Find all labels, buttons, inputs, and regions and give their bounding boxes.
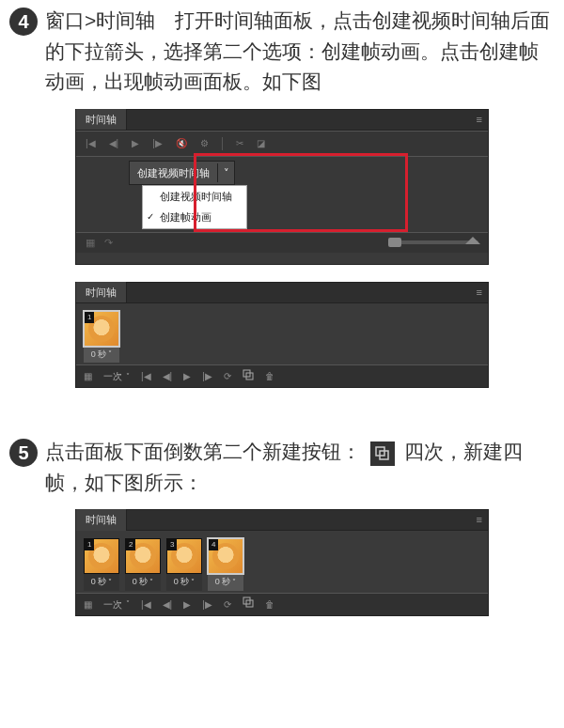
prev-frame-icon[interactable]: ◀| [163, 369, 173, 383]
timeline-tab[interactable]: 时间轴 [76, 109, 127, 131]
step5-text: 点击面板下面倒数第二个新建按钮： 四次，新建四帧，如下图所示： [45, 437, 555, 498]
menu-item-frame-animation[interactable]: ✓ 创建帧动画 [143, 207, 246, 228]
frame-number: 1 [85, 539, 94, 550]
prev-frame-icon: ◀| [109, 136, 119, 150]
check-icon: ✓ [147, 209, 154, 224]
next-frame-icon[interactable]: |▶ [202, 369, 212, 383]
next-frame-icon: |▶ [152, 136, 163, 150]
gear-icon: ⚙ [200, 136, 209, 150]
step-number-4: 4 [9, 8, 38, 36]
timeline-tab[interactable]: 时间轴 [76, 509, 127, 531]
next-frame-icon[interactable]: |▶ [202, 597, 212, 612]
frame-number: 3 [167, 539, 177, 550]
loop-selector[interactable]: 一次˅ [103, 369, 130, 383]
convert-icon[interactable]: ▦ [84, 369, 92, 383]
tween-icon[interactable]: ⟳ [224, 597, 231, 612]
convert-frames-icon: ▦ [86, 235, 95, 251]
timeline-panel-four-frames: 时间轴 ≡ 1 0 秒˅ 2 0 秒˅ 3 0 秒˅ 4 0 秒˅ ▦ [75, 509, 489, 616]
frame-thumbnail: 1 [84, 538, 119, 574]
play-icon: ▶ [132, 136, 139, 150]
panel-menu-icon[interactable]: ≡ [471, 512, 488, 528]
create-video-timeline-button[interactable]: 创建视频时间轴 ˅ [129, 161, 235, 186]
chevron-down-icon[interactable]: ˅ [217, 163, 234, 182]
loop-selector[interactable]: 一次˅ [103, 597, 130, 612]
frame-1[interactable]: 1 0 秒˅ [84, 311, 119, 364]
frame-thumbnail: 2 [125, 538, 161, 574]
frame-duration[interactable]: 0 秒˅ [208, 574, 243, 591]
step-number-5: 5 [9, 439, 38, 467]
frame-duration[interactable]: 0 秒˅ [84, 347, 119, 364]
new-frame-icon[interactable] [243, 369, 254, 384]
panel-menu-icon[interactable]: ≡ [471, 112, 488, 128]
frame-number: 2 [126, 539, 135, 550]
first-frame-icon: |◀ [86, 136, 96, 150]
new-frame-icon[interactable] [243, 596, 254, 612]
menu-item-video-timeline[interactable]: 创建视频时间轴 [143, 186, 246, 208]
frame-4[interactable]: 4 0 秒˅ [208, 538, 243, 591]
trash-icon[interactable]: 🗑 [265, 369, 274, 383]
frame-duration[interactable]: 0 秒˅ [84, 574, 119, 591]
first-frame-icon[interactable]: |◀ [141, 369, 151, 383]
scissors-icon: ✂ [236, 136, 243, 150]
convert-icon[interactable]: ▦ [84, 597, 92, 612]
timeline-tab[interactable]: 时间轴 [76, 282, 127, 303]
frame-number: 4 [209, 539, 218, 550]
frame-duration[interactable]: 0 秒˅ [125, 574, 161, 591]
audio-icon: 🔇 [176, 136, 187, 150]
create-button-label: 创建视频时间轴 [137, 165, 210, 181]
new-frame-icon-inline [370, 441, 395, 466]
prev-frame-icon[interactable]: ◀| [163, 597, 173, 612]
timeline-panel-single-frame: 时间轴 ≡ 1 0 秒˅ ▦ 一次˅ |◀ ◀| ▶ |▶ ⟳ [75, 282, 489, 389]
step4-text: 窗口>时间轴 打开时间轴面板，点击创建视频时间轴后面的下拉箭头，选择第二个选项：… [45, 6, 555, 98]
first-frame-icon[interactable]: |◀ [141, 597, 151, 612]
create-dropdown-menu: 创建视频时间轴 ✓ 创建帧动画 [142, 185, 247, 229]
chevron-down-icon: ˅ [108, 349, 112, 360]
frame-2[interactable]: 2 0 秒˅ [125, 538, 161, 591]
transition-icon: ◪ [257, 136, 265, 150]
frame-1[interactable]: 1 0 秒˅ [84, 538, 119, 591]
zoom-mountain-icon [465, 237, 480, 244]
frame-3[interactable]: 3 0 秒˅ [166, 538, 202, 591]
frame-number: 1 [85, 312, 94, 323]
frame-duration[interactable]: 0 秒˅ [166, 574, 202, 591]
timeline-panel-initial: 时间轴 ≡ |◀ ◀| ▶ |▶ 🔇 ⚙ ✂ ◪ 创建视频时间轴 ˅ 创建视频时… [75, 109, 489, 265]
player-controls-row: |◀ ◀| ▶ |▶ 🔇 ⚙ ✂ ◪ [76, 131, 488, 157]
render-icon: ↷ [104, 235, 113, 251]
frame-thumbnail: 1 [84, 311, 119, 347]
trash-icon[interactable]: 🗑 [265, 597, 274, 612]
play-icon[interactable]: ▶ [183, 369, 191, 383]
tween-icon[interactable]: ⟳ [224, 369, 231, 383]
frame-thumbnail: 4 [208, 538, 243, 574]
play-icon[interactable]: ▶ [183, 597, 191, 612]
frame-thumbnail: 3 [166, 538, 202, 574]
panel-menu-icon[interactable]: ≡ [471, 285, 488, 301]
